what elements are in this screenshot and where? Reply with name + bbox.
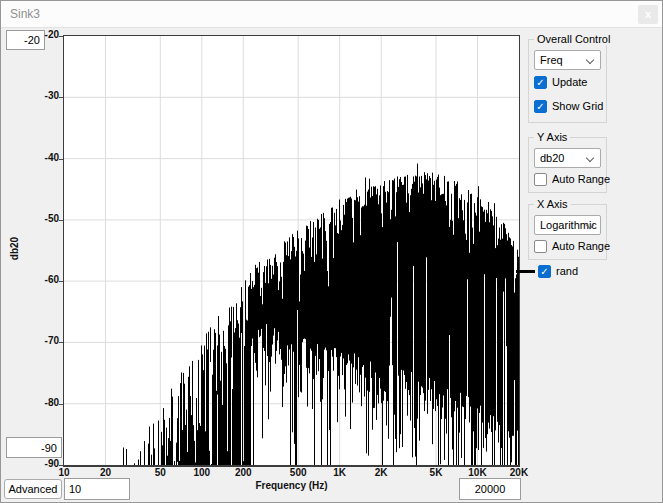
- y-axis-dropdown-value: db20: [540, 149, 564, 167]
- y-tick-mark: [59, 159, 63, 160]
- overall-control-group-label: Overall Control: [534, 33, 613, 45]
- close-icon[interactable]: x: [638, 5, 658, 24]
- y-axis-group-label: Y Axis: [534, 131, 570, 143]
- y-tick-label: -60: [27, 274, 59, 286]
- overall-control-dropdown-value: Freq: [540, 51, 563, 69]
- x-tick-label: 1K: [322, 467, 358, 479]
- update-checkbox-label: Update: [552, 76, 587, 88]
- y-axis-title: db20: [9, 225, 20, 273]
- x-tick-label: 200: [225, 467, 261, 479]
- x-auto-range-checkbox[interactable]: [534, 240, 547, 253]
- update-checkbox-row[interactable]: ✓ Update: [534, 75, 587, 89]
- legend-checkbox[interactable]: ✓: [538, 265, 551, 278]
- x-tick-label: 50: [142, 467, 178, 479]
- legend-series-line: [516, 270, 535, 273]
- y-auto-range-checkbox-row[interactable]: Auto Range: [534, 172, 610, 186]
- overall-control-dropdown[interactable]: Freq: [534, 50, 601, 70]
- x-auto-range-checkbox-label: Auto Range: [552, 240, 610, 252]
- show-grid-checkbox-row[interactable]: ✓ Show Grid: [534, 99, 603, 113]
- y-tick-label: -90: [27, 458, 59, 470]
- y-auto-range-checkbox[interactable]: [534, 173, 547, 186]
- chevron-down-icon: [586, 154, 594, 162]
- y-tick-mark: [59, 220, 63, 221]
- x-axis-group-label: X Axis: [534, 198, 571, 210]
- show-grid-checkbox[interactable]: ✓: [534, 100, 547, 113]
- sink-window: Sink3 x Advanced Frequency (Hz) db20 Ove…: [0, 0, 663, 503]
- advanced-button[interactable]: Advanced: [4, 479, 62, 499]
- plot-area: [63, 35, 520, 467]
- spectrum-svg: [64, 36, 519, 465]
- x-tick-label: 2K: [363, 467, 399, 479]
- show-grid-checkbox-label: Show Grid: [552, 100, 603, 112]
- spectrum-series-path: [124, 164, 519, 465]
- chevron-down-icon: [586, 56, 594, 64]
- x-tick-label: 10K: [460, 467, 496, 479]
- x-axis-title: Frequency (Hz): [63, 480, 520, 491]
- y-tick-mark: [59, 97, 63, 98]
- title-bar: Sink3 x: [1, 1, 662, 28]
- y-tick-mark: [59, 36, 63, 37]
- x-axis-dropdown[interactable]: Logarithmic: [534, 215, 601, 235]
- window-title: Sink3: [10, 1, 40, 27]
- update-checkbox[interactable]: ✓: [534, 76, 547, 89]
- y-tick-label: -80: [27, 397, 59, 409]
- x-tick-label: 500: [280, 467, 316, 479]
- y-tick-label: -30: [27, 90, 59, 102]
- x-tick-label: 20K: [501, 467, 537, 479]
- y-min-input[interactable]: [6, 437, 62, 458]
- legend-series-label: rand: [556, 265, 578, 277]
- y-auto-range-checkbox-label: Auto Range: [552, 173, 610, 185]
- x-tick-label: 5K: [418, 467, 454, 479]
- y-tick-mark: [59, 281, 63, 282]
- y-tick-mark: [59, 342, 63, 343]
- y-tick-label: -70: [27, 335, 59, 347]
- x-tick-label: 20: [87, 467, 123, 479]
- legend-row[interactable]: ✓ rand: [538, 264, 578, 278]
- x-tick-label: 100: [184, 467, 220, 479]
- y-tick-mark: [59, 465, 63, 466]
- y-axis-dropdown[interactable]: db20: [534, 148, 601, 168]
- y-tick-label: -50: [27, 213, 59, 225]
- y-tick-mark: [59, 404, 63, 405]
- x-auto-range-checkbox-row[interactable]: Auto Range: [534, 239, 610, 253]
- y-tick-label: -20: [27, 29, 59, 41]
- y-tick-label: -40: [27, 152, 59, 164]
